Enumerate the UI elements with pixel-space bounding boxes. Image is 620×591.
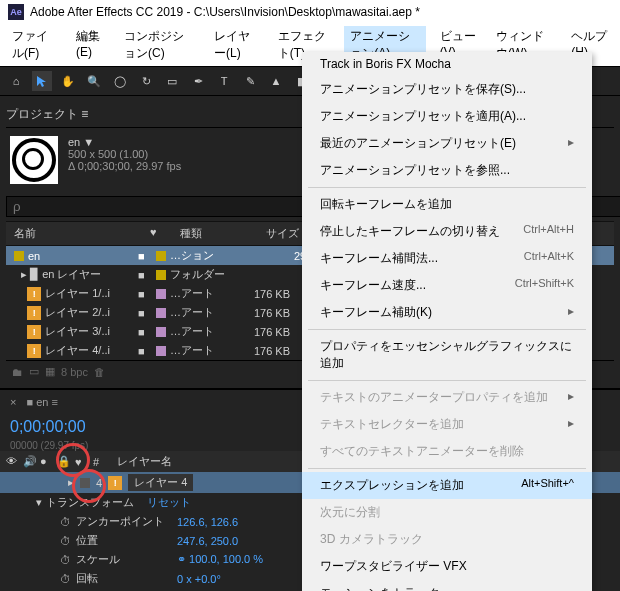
menu-item[interactable]: 回転キーフレームを追加 xyxy=(302,191,592,218)
tab-comp[interactable]: ■ en ≡ xyxy=(26,396,57,408)
zoom-tool[interactable]: 🔍 xyxy=(84,71,104,91)
menu-label: モーションをトラック xyxy=(320,585,440,591)
item-type: …ション xyxy=(170,248,214,263)
tab-close[interactable]: × xyxy=(10,396,16,408)
menu-1[interactable]: 編集(E) xyxy=(70,26,110,64)
menu-item[interactable]: キーフレーム補助(K)▸ xyxy=(302,299,592,326)
rotate-tool[interactable]: ↻ xyxy=(136,71,156,91)
menu-2[interactable]: コンポジション(C) xyxy=(118,26,200,64)
menu-item[interactable]: エクスプレッションを追加Alt+Shift+^ xyxy=(302,472,592,499)
selection-tool[interactable] xyxy=(32,71,52,91)
brush-tool[interactable]: ✎ xyxy=(240,71,260,91)
lock-icon[interactable]: 🔒 xyxy=(57,455,71,469)
color-chip xyxy=(14,251,24,261)
comp-info: en ▼ 500 x 500 (1.00) Δ 0;00;30;00, 29.9… xyxy=(68,136,181,184)
eye-icon[interactable]: 👁 xyxy=(6,455,20,469)
shortcut: Alt+Shift+^ xyxy=(521,477,574,494)
stopwatch-icon[interactable]: ⏱ xyxy=(60,573,72,585)
window-title: Adobe After Effects CC 2019 - C:\Users\I… xyxy=(30,5,420,19)
comp-name: en ▼ xyxy=(68,136,181,148)
shy-icon[interactable]: ♥ xyxy=(75,456,89,468)
menu-item[interactable]: アニメーションプリセットを参照... xyxy=(302,157,592,184)
shortcut: Ctrl+Shift+K xyxy=(515,277,574,294)
menu-item[interactable]: ワープスタビライザー VFX xyxy=(302,553,592,580)
menu-item[interactable]: Track in Boris FX Mocha xyxy=(302,52,592,76)
menu-item[interactable]: アニメーションプリセットを適用(A)... xyxy=(302,103,592,130)
solo-icon[interactable]: ● xyxy=(40,455,54,469)
menu-item[interactable]: キーフレーム速度...Ctrl+Shift+K xyxy=(302,272,592,299)
orbit-tool[interactable]: ◯ xyxy=(110,71,130,91)
item-name: レイヤー 3/..i xyxy=(45,324,110,339)
stopwatch-icon[interactable]: ⏱ xyxy=(60,535,72,547)
footage-icon[interactable]: 🖿 xyxy=(12,366,23,378)
menu-label: 停止したキーフレームの切り替え xyxy=(320,223,500,240)
property-value[interactable]: 0 x +0.0° xyxy=(177,573,221,585)
property-name: トランスフォーム xyxy=(46,495,141,510)
menu-0[interactable]: ファイル(F) xyxy=(6,26,62,64)
menu-label: キーフレーム速度... xyxy=(320,277,426,294)
item-size: 176 KB xyxy=(230,288,290,300)
bpc-label[interactable]: 8 bpc xyxy=(61,366,88,378)
menu-3[interactable]: レイヤー(L) xyxy=(208,26,264,64)
hand-tool[interactable]: ✋ xyxy=(58,71,78,91)
property-value[interactable]: 126.6, 126.6 xyxy=(177,516,238,528)
submenu-arrow-icon: ▸ xyxy=(568,389,574,406)
warning-icon: ! xyxy=(27,306,41,320)
comp-icon[interactable]: ▦ xyxy=(45,365,55,378)
twirl-icon[interactable]: ▾ xyxy=(36,496,42,509)
menu-label: テキストセレクターを追加 xyxy=(320,416,464,433)
stopwatch-icon[interactable]: ⏱ xyxy=(60,516,72,528)
pen-tool[interactable]: ✒ xyxy=(188,71,208,91)
comp-dims: 500 x 500 (1.00) xyxy=(68,148,181,160)
menu-item[interactable]: プロパティをエッセンシャルグラフィックスに追加 xyxy=(302,333,592,377)
menu-separator xyxy=(308,380,586,381)
layer-name-header[interactable]: レイヤー名 xyxy=(117,454,172,469)
menu-label: 最近のアニメーションプリセット(E) xyxy=(320,135,516,152)
menu-label: アニメーションプリセットを適用(A)... xyxy=(320,108,526,125)
property-value[interactable]: ⚭ 100.0, 100.0 % xyxy=(177,553,263,566)
item-type: フォルダー xyxy=(170,267,225,282)
audio-icon[interactable]: 🔊 xyxy=(23,455,37,469)
stopwatch-icon[interactable]: ⏱ xyxy=(60,554,72,566)
property-value[interactable]: リセット xyxy=(147,495,191,510)
menu-item[interactable]: 停止したキーフレームの切り替えCtrl+Alt+H xyxy=(302,218,592,245)
layer-color-chip[interactable] xyxy=(80,478,90,488)
item-name: レイヤー 4/..i xyxy=(45,343,110,358)
menu-item: テキストセレクターを追加▸ xyxy=(302,411,592,438)
item-size: 176 KB xyxy=(230,345,290,357)
layer-name[interactable]: レイヤー 4 xyxy=(128,474,193,491)
menu-label: テキストのアニメータープロパティを追加 xyxy=(320,389,548,406)
menu-separator xyxy=(308,468,586,469)
menu-label: アニメーションプリセットを参照... xyxy=(320,162,510,179)
type-chip xyxy=(156,270,166,280)
col-name[interactable]: 名前 xyxy=(6,222,142,245)
twirl-icon[interactable]: ▸ xyxy=(68,476,74,489)
property-value[interactable]: 247.6, 250.0 xyxy=(177,535,238,547)
col-type[interactable]: 種類 xyxy=(172,222,258,245)
menu-label: エクスプレッションを追加 xyxy=(320,477,464,494)
menu-label: アニメーションプリセットを保存(S)... xyxy=(320,81,526,98)
folder-icon[interactable]: ▭ xyxy=(29,365,39,378)
type-chip xyxy=(156,346,166,356)
home-icon[interactable]: ⌂ xyxy=(6,71,26,91)
menu-item[interactable]: 最近のアニメーションプリセット(E)▸ xyxy=(302,130,592,157)
menu-separator xyxy=(308,187,586,188)
warning-icon: ! xyxy=(27,287,41,301)
text-tool[interactable]: T xyxy=(214,71,234,91)
stamp-tool[interactable]: ▲ xyxy=(266,71,286,91)
item-type: …アート xyxy=(170,305,214,320)
menu-label: 次元に分割 xyxy=(320,504,380,521)
rect-tool[interactable]: ▭ xyxy=(162,71,182,91)
app-icon: Ae xyxy=(8,4,24,20)
item-size: 176 KB xyxy=(230,326,290,338)
comp-thumbnail[interactable] xyxy=(10,136,58,184)
trash-icon[interactable]: 🗑 xyxy=(94,366,105,378)
menu-item[interactable]: キーフレーム補間法...Ctrl+Alt+K xyxy=(302,245,592,272)
submenu-arrow-icon: ▸ xyxy=(568,304,574,321)
menu-item[interactable]: モーションをトラック xyxy=(302,580,592,591)
menu-item: 次元に分割 xyxy=(302,499,592,526)
item-name: en レイヤー xyxy=(42,267,101,282)
menu-item[interactable]: アニメーションプリセットを保存(S)... xyxy=(302,76,592,103)
menu-label: ワープスタビライザー VFX xyxy=(320,558,467,575)
menu-label: キーフレーム補助(K) xyxy=(320,304,432,321)
